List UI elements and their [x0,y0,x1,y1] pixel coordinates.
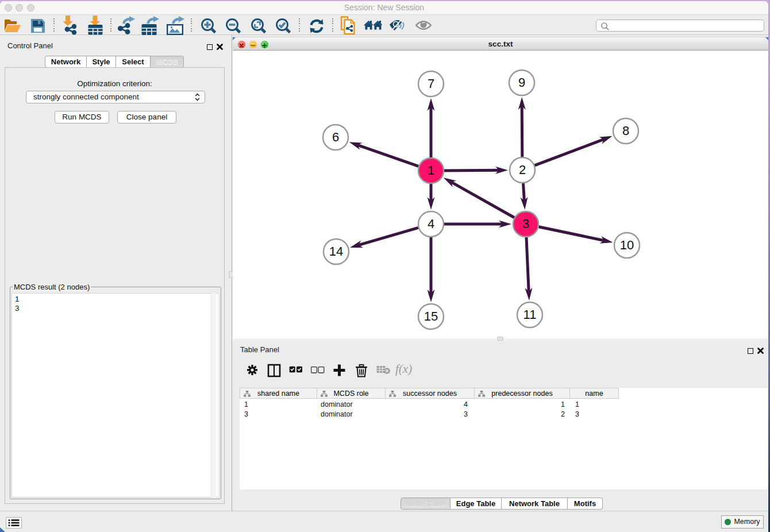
svg-text:4: 4 [428,217,434,231]
svg-text:3: 3 [522,217,529,231]
svg-text:14: 14 [329,244,343,259]
svg-text:11: 11 [523,307,537,322]
svg-text:9: 9 [518,75,525,90]
svg-text:15: 15 [424,309,438,323]
svg-text:10: 10 [620,238,634,252]
svg-text:7: 7 [428,76,434,91]
svg-text:8: 8 [622,124,629,138]
svg-text:2: 2 [519,163,526,177]
svg-text:6: 6 [332,130,339,144]
svg-text:1: 1 [428,163,434,178]
